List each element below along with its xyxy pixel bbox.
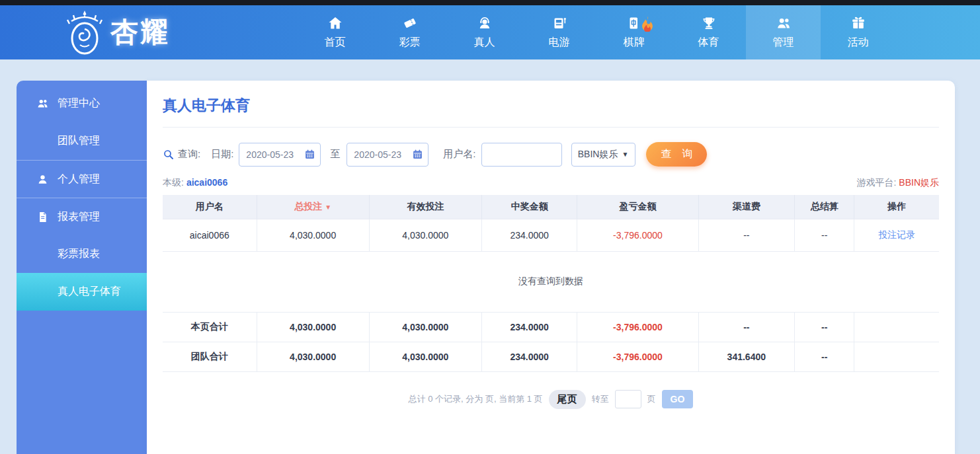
col-header-total-settlement[interactable]: 总结算 <box>795 195 854 219</box>
sidebar-item-label: 个人管理 <box>58 172 100 186</box>
sidebar-item-management-center[interactable]: 管理中心 <box>17 85 147 122</box>
nav-item-label: 彩票 <box>399 36 421 50</box>
team-total-row: 团队合计 4,030.0000 4,030.0000 234.0000 -3,7… <box>163 342 939 371</box>
cell-total-bet: 4,030.0000 <box>257 219 369 251</box>
col-header-win-amount[interactable]: 中奖金额 <box>481 195 577 219</box>
nav-item-label: 体育 <box>698 36 719 50</box>
nav-item-boardgames[interactable]: 棋牌 <box>596 5 671 59</box>
platform-label: 游戏平台: <box>856 177 896 188</box>
last-page-button[interactable]: 尾页 <box>549 390 586 409</box>
sidebar-item-label: 真人电子体育 <box>58 285 121 299</box>
nav-item-home[interactable]: 首页 <box>298 5 372 59</box>
go-button[interactable]: GO <box>662 390 694 408</box>
home-icon <box>327 15 343 31</box>
date-to-field <box>347 143 429 167</box>
fire-icon <box>639 16 655 32</box>
window-top-strip <box>0 0 980 5</box>
pagination: 总计 0 个记录, 分为 页, 当前第 1 页 尾页 转至 页 GO <box>147 372 955 416</box>
platform-value: BBIN娱乐 <box>899 177 939 188</box>
nav-item-management[interactable]: 管理 <box>746 5 821 59</box>
nav-item-label: 棋牌 <box>624 36 645 50</box>
slot-machine-icon <box>551 15 567 31</box>
col-header-valid-bet[interactable]: 有效投注 <box>369 195 481 219</box>
bet-records-link[interactable]: 投注记录 <box>878 229 915 240</box>
live-dealer-icon <box>477 15 493 31</box>
summary-label: 本页合计 <box>163 312 257 342</box>
sidebar-item-team-management[interactable]: 团队管理 <box>17 122 147 160</box>
sidebar-item-label: 团队管理 <box>58 134 100 148</box>
sidebar-item-label: 彩票报表 <box>58 247 100 261</box>
date-from-field <box>239 143 321 167</box>
username-label: 用户名: <box>443 148 475 161</box>
col-header-total-bet[interactable]: 总投注 ▼ <box>257 195 369 219</box>
level-row: 本级:aicai0066 游戏平台:BBIN娱乐 <box>147 174 955 195</box>
search-icon <box>163 149 175 161</box>
sidebar: 管理中心 团队管理 个人管理 报表管理 彩票报表 真人电子体育 <box>17 81 147 454</box>
crown-crest-icon <box>63 9 106 56</box>
username-input[interactable] <box>481 143 562 167</box>
nav-item-label: 真人 <box>474 36 495 50</box>
page-body: 管理中心 团队管理 个人管理 报表管理 彩票报表 真人电子体育 真人电子体育 <box>0 59 980 454</box>
table-row: aicai0066 4,030.0000 4,030.0000 234.0000… <box>163 219 939 251</box>
date-range-to-label: 至 <box>330 148 340 161</box>
page-unit-label: 页 <box>647 393 656 405</box>
nav-item-label: 首页 <box>325 36 346 50</box>
calendar-icon[interactable] <box>304 149 315 160</box>
level-label: 本级: <box>163 177 184 188</box>
nav-item-lottery[interactable]: 彩票 <box>372 5 447 59</box>
nav-item-label: 管理 <box>773 36 794 50</box>
report-icon <box>36 211 49 223</box>
platform-select[interactable]: BBIN娱乐 ▼ <box>571 143 635 167</box>
nav-item-egames[interactable]: 电游 <box>522 5 596 59</box>
chevron-down-icon: ▼ <box>622 151 628 158</box>
content-card: 真人电子体育 查询: 日期: 至 用户名: BBIN娱乐 ▼ <box>147 81 955 454</box>
cell-total-settlement: -- <box>795 219 854 251</box>
cell-channel-fee: -- <box>698 219 795 251</box>
sidebar-item-live-esports-report[interactable]: 真人电子体育 <box>17 273 147 311</box>
col-header-channel-fee[interactable]: 渠道费 <box>698 195 795 219</box>
cell-win-amount: 234.0000 <box>481 219 577 251</box>
nav-item-activities[interactable]: 活动 <box>821 5 895 59</box>
cell-valid-bet: 4,030.0000 <box>369 219 481 251</box>
sidebar-item-report-management[interactable]: 报表管理 <box>17 198 147 235</box>
search-button[interactable]: 查 询 <box>646 142 707 167</box>
nav-item-live[interactable]: 真人 <box>447 5 522 59</box>
nav-item-label: 活动 <box>848 36 869 50</box>
sidebar-item-personal-management[interactable]: 个人管理 <box>17 160 147 198</box>
trophy-icon <box>701 15 717 31</box>
col-header-profit-loss[interactable]: 盈亏金额 <box>577 195 698 219</box>
sidebar-item-lottery-report[interactable]: 彩票报表 <box>17 235 147 273</box>
empty-data-row: 没有查询到数据 <box>163 251 939 312</box>
table-header-row: 用户名 总投注 ▼ 有效投注 中奖金额 盈亏金额 渠道费 总结算 操作 <box>163 195 939 219</box>
calendar-icon[interactable] <box>412 149 423 160</box>
goto-label: 转至 <box>592 393 609 405</box>
col-header-actions: 操作 <box>854 195 939 219</box>
summary-label: 团队合计 <box>163 342 257 371</box>
sort-desc-icon: ▼ <box>325 204 331 211</box>
empty-message: 没有查询到数据 <box>163 251 939 312</box>
nav-item-sports[interactable]: 体育 <box>671 5 746 59</box>
search-form: 查询: 日期: 至 用户名: BBIN娱乐 ▼ 查 询 <box>147 128 955 174</box>
page-total-row: 本页合计 4,030.0000 4,030.0000 234.0000 -3,7… <box>163 312 939 342</box>
users-icon <box>36 97 49 110</box>
goto-page-input[interactable] <box>615 390 641 408</box>
date-label: 日期: <box>211 148 233 161</box>
sidebar-item-label: 管理中心 <box>58 96 100 110</box>
level-value: aicai0066 <box>186 177 227 188</box>
cell-username: aicai0066 <box>163 219 257 251</box>
report-table: 用户名 总投注 ▼ 有效投注 中奖金额 盈亏金额 渠道费 总结算 操作 aica… <box>163 195 939 372</box>
brand-logo[interactable]: 杏耀 <box>63 9 170 56</box>
ticket-icon <box>402 15 418 31</box>
users-icon <box>776 15 792 31</box>
platform-select-value: BBIN娱乐 <box>578 149 618 161</box>
top-navbar: 杏耀 首页 彩票 真人 电游 棋牌 体育 管理 <box>0 5 980 59</box>
page-title: 真人电子体育 <box>163 96 939 116</box>
query-label: 查询: <box>163 148 200 161</box>
content-header: 真人电子体育 <box>163 81 939 128</box>
sidebar-item-label: 报表管理 <box>58 210 100 224</box>
col-header-username[interactable]: 用户名 <box>163 195 257 219</box>
current-level: 本级:aicai0066 <box>163 177 227 189</box>
nav-item-label: 电游 <box>549 36 570 50</box>
pagination-summary: 总计 0 个记录, 分为 页, 当前第 1 页 <box>409 393 543 405</box>
game-platform: 游戏平台:BBIN娱乐 <box>856 177 939 189</box>
